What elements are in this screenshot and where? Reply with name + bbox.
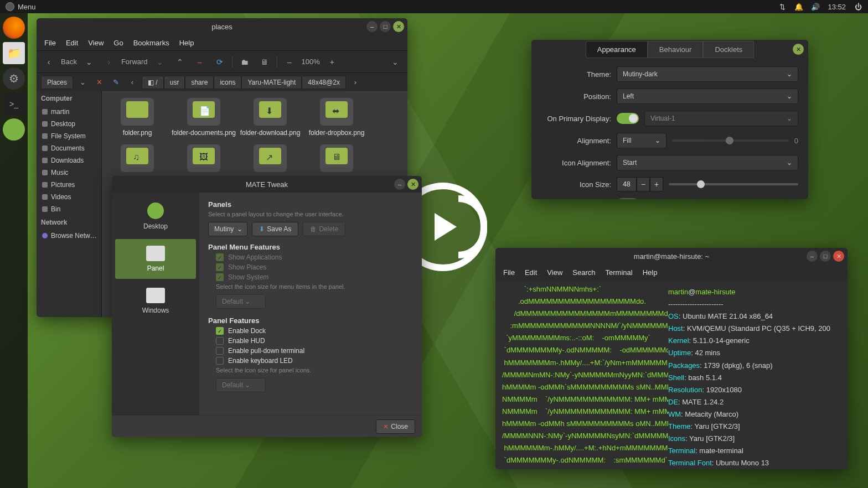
file-item[interactable]: ⬇folder-download.png — [237, 98, 303, 137]
file-item[interactable]: 📄folder-documents.​png — [170, 98, 237, 137]
close-button[interactable]: ✕ — [833, 251, 844, 262]
tweak-cat-desktop[interactable]: Desktop — [115, 196, 196, 237]
close-button[interactable]: ✕ — [793, 44, 804, 55]
panel-layout-select[interactable]: Mutiny ⌄ — [208, 222, 247, 236]
back-chevron-icon[interactable]: ⌄ — [81, 54, 97, 70]
computer-button[interactable]: 🖥 — [257, 54, 272, 70]
maximize-button[interactable]: □ — [820, 251, 831, 262]
checkbox-row[interactable]: Enable pull-down terminal — [216, 347, 413, 355]
minimize-button[interactable]: – — [807, 251, 818, 262]
menu-button[interactable]: Menu — [0, 0, 42, 13]
clock[interactable]: 13:52 — [828, 3, 846, 11]
primary-display-toggle[interactable] — [617, 113, 639, 124]
file-item[interactable]: folder.png — [104, 98, 170, 137]
icon-size-slider[interactable] — [669, 183, 798, 185]
dock-app-files[interactable]: 📁 — [3, 42, 25, 64]
icon-alignment-select[interactable]: Start⌄ — [617, 155, 798, 170]
forward-button[interactable]: › — [101, 54, 117, 70]
home-button[interactable]: 🖿 — [237, 54, 252, 70]
menu-item-edit[interactable]: Edit — [520, 266, 541, 279]
fm-titlebar[interactable]: places – □ ✕ — [37, 18, 407, 35]
menu-item-edit[interactable]: Edit — [61, 37, 82, 49]
menu-item-bookmarks[interactable]: Bookmarks — [129, 37, 174, 49]
sidebar-item[interactable]: Music — [37, 167, 101, 179]
stop-button[interactable]: – — [192, 54, 208, 70]
minimize-button[interactable]: – — [366, 21, 378, 32]
menu-item-terminal[interactable]: Terminal — [601, 266, 637, 279]
sidebar-item[interactable]: martin — [37, 106, 101, 118]
file-item[interactable]: ⬌folder-dropbox.png — [303, 98, 370, 137]
menu-item-help[interactable]: Help — [638, 266, 662, 279]
path-prev-icon[interactable]: ‹ — [125, 75, 140, 90]
side-close-icon[interactable]: ✕ — [92, 75, 106, 90]
checkbox-row[interactable]: ✓Show Applications — [216, 253, 413, 261]
sidebar-item[interactable]: Bin — [37, 203, 101, 215]
zoom-out-button[interactable]: – — [282, 54, 297, 70]
view-dropdown[interactable]: ⌄ — [388, 54, 403, 70]
menu-item-help[interactable]: Help — [175, 37, 199, 49]
checkbox-row[interactable]: ✓Show System — [216, 273, 413, 281]
term-titlebar[interactable]: martin@mate-hirsute: ~ – □ ✕ — [495, 248, 848, 264]
reload-button[interactable]: ⟳ — [212, 54, 228, 70]
side-pane-selector[interactable]: Places — [41, 76, 73, 89]
sidebar-item[interactable]: Documents — [37, 142, 101, 154]
menu-item-view[interactable]: View — [84, 37, 108, 49]
save-as-button[interactable]: ⬇Save As — [252, 222, 298, 236]
icon-size-increment[interactable]: + — [650, 177, 663, 191]
panel-icon-size-select[interactable]: Default ⌄ — [216, 378, 266, 392]
path-segment[interactable]: icons — [214, 76, 241, 89]
tab-appearance[interactable]: Appearance — [586, 41, 648, 58]
path-segment[interactable]: ◧ / — [142, 76, 164, 89]
side-chevron-icon[interactable]: ⌄ — [75, 75, 90, 90]
tweak-cat-panel[interactable]: Panel — [115, 239, 196, 279]
path-segment[interactable]: share — [185, 76, 214, 89]
terminal-output[interactable]: `:+shmNNMMNNmhs+:`martin@mate-hirsute .o… — [495, 280, 848, 469]
close-button[interactable]: ✕Close — [376, 419, 415, 434]
path-segment[interactable]: usr — [164, 76, 185, 89]
theme-select[interactable]: Mutiny-dark⌄ — [617, 66, 798, 82]
menu-item-search[interactable]: Search — [568, 266, 600, 279]
icon-zoom-toggle[interactable] — [617, 198, 639, 199]
checkbox-row[interactable]: ✓Show Places — [216, 263, 413, 271]
volume-icon[interactable]: 🔊 — [811, 2, 820, 11]
dock-app-terminal[interactable]: >_ — [3, 93, 25, 115]
menu-item-file[interactable]: File — [40, 37, 60, 49]
tab-behaviour[interactable]: Behaviour — [648, 41, 704, 58]
power-icon[interactable]: ⏻ — [854, 2, 862, 11]
sidebar-item[interactable]: Downloads — [37, 154, 101, 167]
menu-item-file[interactable]: File — [499, 266, 519, 279]
network-icon[interactable]: ⇅ — [778, 2, 787, 11]
menu-item-go[interactable]: Go — [109, 37, 127, 49]
delete-button[interactable]: 🗑Delete — [303, 222, 345, 236]
display-select[interactable]: Virtual-1⌄ — [644, 111, 798, 126]
checkbox-row[interactable]: ✓Enable Dock — [216, 327, 413, 335]
sidebar-item[interactable]: File System — [37, 130, 101, 142]
edit-path-icon[interactable]: ✎ — [108, 75, 123, 90]
path-segment[interactable]: 48x48@2x — [302, 76, 346, 89]
tweak-titlebar[interactable]: MATE Tweak – ✕ — [112, 176, 422, 193]
sidebar-item-browse-network[interactable]: Browse Netw… — [37, 230, 101, 242]
sidebar-item[interactable]: Pictures — [37, 179, 101, 191]
sidebar-item[interactable]: Videos — [37, 191, 101, 203]
alignment-select[interactable]: Fill⌄ — [617, 133, 666, 148]
menu-item-view[interactable]: View — [542, 266, 567, 279]
sidebar-item[interactable]: Desktop — [37, 118, 101, 130]
checkbox-row[interactable]: Enable HUD — [216, 337, 413, 345]
minimize-button[interactable]: – — [394, 179, 405, 190]
dock-app-mate-tweak[interactable] — [3, 118, 25, 141]
up-button[interactable]: ⌃ — [172, 54, 188, 70]
back-button[interactable]: ‹ — [41, 54, 56, 70]
maximize-button[interactable]: □ — [380, 21, 391, 32]
notifications-icon[interactable]: 🔔 — [794, 2, 803, 11]
checkbox-row[interactable]: Enable keyboard LED — [216, 357, 413, 365]
path-segment[interactable]: Yaru-MATE-light — [241, 76, 302, 89]
tweak-cat-windows[interactable]: Windows — [115, 281, 196, 321]
position-select[interactable]: Left⌄ — [617, 89, 798, 104]
path-next-icon[interactable]: › — [348, 75, 363, 90]
menu-icon-size-select[interactable]: Default ⌄ — [216, 294, 266, 309]
tab-docklets[interactable]: Docklets — [703, 41, 754, 58]
icon-size-decrement[interactable]: − — [637, 177, 650, 191]
zoom-in-button[interactable]: + — [324, 54, 340, 70]
close-button[interactable]: ✕ — [407, 179, 418, 190]
close-button[interactable]: ✕ — [393, 21, 404, 32]
